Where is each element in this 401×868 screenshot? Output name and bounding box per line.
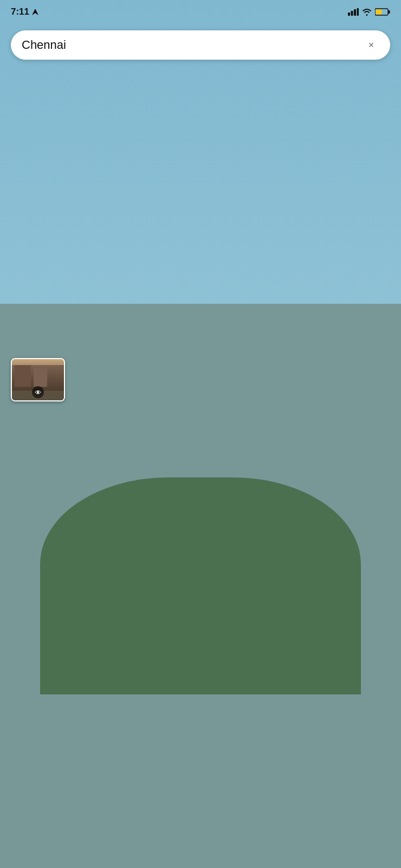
photo-right-column (212, 434, 388, 564)
status-bar: 7:11 (0, 0, 401, 24)
svg-point-8 (37, 391, 39, 393)
svg-rect-6 (389, 10, 390, 14)
status-icons (348, 8, 390, 16)
location-arrow-icon (31, 8, 39, 16)
svg-rect-1 (348, 12, 350, 16)
wifi-icon (362, 8, 372, 16)
signal-icon (348, 8, 359, 16)
status-time: 7:11 (11, 7, 39, 17)
svg-rect-2 (351, 11, 353, 16)
street-view-icon (32, 386, 44, 398)
street-view-thumbnail[interactable] (11, 358, 65, 401)
battery-icon (375, 8, 390, 16)
svg-marker-0 (32, 9, 38, 15)
svg-rect-7 (376, 10, 382, 15)
svg-rect-4 (357, 8, 359, 16)
photo-sky-scene[interactable] (212, 501, 388, 564)
photos-section: 4 days ago (0, 434, 401, 564)
photo-sky-image (212, 501, 388, 564)
search-query: Chennai (22, 38, 363, 52)
search-bar[interactable]: Chennai × (11, 30, 390, 60)
time-display: 7:11 (11, 7, 29, 17)
search-clear-button[interactable]: × (363, 37, 379, 53)
svg-rect-3 (354, 9, 356, 16)
